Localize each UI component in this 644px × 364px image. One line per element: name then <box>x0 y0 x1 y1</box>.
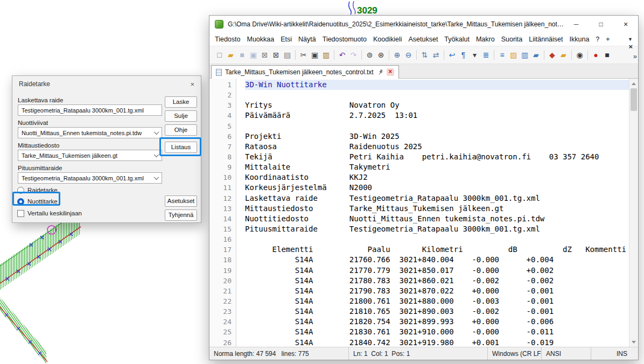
combo-nuottiviivat[interactable]: Nuotti_Mittaus_Ennen tukemista_notes.pi.… <box>18 127 162 138</box>
plugin-pdf-export-icon[interactable]: ◆ <box>547 48 558 61</box>
vertical-scrollbar[interactable] <box>629 79 638 347</box>
code-line[interactable]: Korkeusjärjestelmä N2000 <box>245 183 629 193</box>
code-line[interactable]: S14A 21780.783 3021+860.021 -0.002 -0.00… <box>245 276 629 286</box>
function-list-icon[interactable]: ≡ <box>496 48 508 61</box>
code-line[interactable]: Koordinaatisto KKJ2 <box>245 172 629 183</box>
status-encoding[interactable]: ANSI <box>541 347 591 360</box>
new-file-icon[interactable]: □ <box>214 48 225 61</box>
code-line[interactable]: S14A 21790.783 3021+870.022 +0.000 -0.00… <box>245 286 629 296</box>
combo-pituusmittaraide[interactable]: Testigeometria_Ratapaalu 3000km_001.tg.x… <box>18 172 162 184</box>
asetukset-button[interactable]: Asetukset <box>165 195 197 207</box>
menu-item-ikkuna[interactable]: Ikkuna <box>566 34 593 45</box>
find-icon[interactable]: ⊚ <box>364 48 375 61</box>
minimize-button[interactable]: ─ <box>564 16 589 33</box>
code-line[interactable] <box>245 234 629 244</box>
code-line[interactable]: Tekijä Petri Kaihia petri.kaihia@novatro… <box>245 152 629 162</box>
record-macro-icon[interactable]: ● <box>590 48 601 61</box>
menu-item-koodikieli[interactable]: Koodikieli <box>370 34 405 45</box>
menu-item-tiedosto[interactable]: Tiedosto <box>212 34 243 45</box>
menu-item-asetukset[interactable]: Asetukset <box>405 34 441 45</box>
tyhjenna-button[interactable]: Tyhjennä <box>165 209 197 221</box>
combo-mittaustiedosto[interactable]: Tarke_Mittaus_Tukemisen jälkeen.gt <box>18 150 162 161</box>
show-all-characters-icon[interactable]: ¶ <box>458 48 469 61</box>
menu-item-etsi[interactable]: Etsi <box>277 34 295 45</box>
window-titlebar[interactable]: G:\Oma Drive\Wiki-artikkelit\Raidenuotit… <box>209 16 638 33</box>
status-eol-format[interactable]: Windows (CR LF) <box>487 347 541 360</box>
code-area[interactable]: 3D-Win NuottitarkeYritys Novatron OyPäiv… <box>245 79 629 347</box>
scroll-down-icon[interactable] <box>629 338 638 346</box>
code-line[interactable]: Yritys Novatron Oy <box>245 100 629 110</box>
sulje-button[interactable]: Sulje <box>165 110 197 122</box>
save-all-icon[interactable]: ▣ <box>248 48 259 61</box>
menu-item-tiedostomuoto[interactable]: Tiedostomuoto <box>319 34 370 45</box>
zoom-in-icon[interactable]: ⊕ <box>391 48 403 61</box>
code-line[interactable]: Rataosa Raidenuotus 2025 <box>245 142 629 152</box>
redo-icon[interactable]: ↷ <box>348 48 359 61</box>
sync-horizontal-scroll-icon[interactable]: ⇄ <box>430 48 442 61</box>
replace-icon[interactable]: ⊛ <box>375 48 387 61</box>
copy-icon[interactable]: ▣ <box>309 48 320 61</box>
dropdown-chevron-icon[interactable] <box>154 129 159 135</box>
code-line[interactable]: S14A 21770.779 3021+850.017 -0.000 +0.00… <box>245 265 629 276</box>
code-line[interactable]: Nuottitiedosto Nuotti_Mittaus_Ennen tuke… <box>245 214 629 224</box>
undo-icon[interactable]: ↶ <box>337 48 348 61</box>
code-line[interactable]: S14A 21820.754 3021+899.993 +0.000 -0.00… <box>245 317 629 327</box>
code-line[interactable]: Projekti 3D-Win 2025 <box>245 131 629 142</box>
code-line[interactable]: S14A 21810.765 3021+890.003 -0.002 -0.00… <box>245 306 629 317</box>
code-line[interactable]: S14A 21800.761 3021+880.000 -0.003 -0.00… <box>245 296 629 306</box>
cut-icon[interactable]: ✂ <box>298 48 309 61</box>
document-monitoring-eye-icon[interactable]: ◉ <box>574 48 585 61</box>
code-line[interactable]: 3D-Win Nuottitarke <box>245 80 629 90</box>
folder-as-workspace-icon[interactable]: ▰ <box>530 48 542 61</box>
maximize-button[interactable]: □ <box>589 16 613 33</box>
input-laskettava-raide[interactable]: Testigeometria_Ratapaalu 3000km_001.tg.x… <box>18 104 162 116</box>
document-list-icon[interactable]: ▥ <box>519 48 530 61</box>
tab-tarke-mittaus-control[interactable]: Tarke_Mittaus_Tukemisen jälkeen_notes_co… <box>211 65 399 79</box>
status-insert-mode[interactable]: INS <box>591 347 638 360</box>
checkbox-vertailu-keskilinjaan[interactable]: Vertailu keskilinjaan <box>17 209 82 218</box>
tab-close-icon[interactable]: × <box>387 68 394 76</box>
dropdown-chevron-icon[interactable] <box>154 174 159 180</box>
show-all-characters-dropdown-icon[interactable]: ▾ <box>469 48 480 61</box>
pin-icon[interactable] <box>377 69 383 75</box>
sync-vertical-scroll-icon[interactable]: ⇅ <box>419 48 430 61</box>
dialog-titlebar[interactable]: Raidetarke × <box>12 76 201 92</box>
paste-icon[interactable]: ▥ <box>320 48 332 61</box>
stop-macro-icon[interactable]: ■ <box>601 48 613 61</box>
toolbar-close-icon[interactable]: × <box>628 43 633 51</box>
code-line[interactable]: Laskettava raide Testigeometria_Ratapaal… <box>245 193 629 204</box>
checkbox-box[interactable] <box>17 210 24 217</box>
code-line[interactable]: S14A 21840.742 3021+919.980 +0.001 -0.01… <box>245 338 629 347</box>
indent-guide-icon[interactable]: ≣ <box>480 48 492 61</box>
code-line[interactable]: Päivämäärä 2.7.2025 13:01 <box>245 110 629 121</box>
menu-item-suorita[interactable]: Suorita <box>498 34 526 45</box>
save-icon[interactable]: ■ <box>236 48 248 61</box>
close-all-files-icon[interactable]: ⊠ <box>270 48 282 61</box>
laske-button[interactable]: Laske <box>165 96 197 108</box>
code-line[interactable]: S14A 21830.761 3021+910.000 -0.000 -0.01… <box>245 327 629 337</box>
dropdown-chevron-icon[interactable] <box>154 152 159 157</box>
code-line[interactable]: Mittalaite Takymetri <box>245 162 629 172</box>
code-line[interactable] <box>245 121 629 131</box>
menu-item-item[interactable]: ? <box>592 34 603 45</box>
plugin-explorer-folder-icon[interactable]: ▰ <box>558 48 569 61</box>
code-line[interactable] <box>245 90 629 100</box>
close-button[interactable]: × <box>613 16 638 33</box>
menu-item-liitannaiset[interactable]: Liitännäiset <box>526 34 566 45</box>
menu-item-makro[interactable]: Makro <box>473 34 498 45</box>
code-line[interactable]: Mittaustiedosto Tarke_Mittaus_Tukemisen … <box>245 204 629 214</box>
toolbar-overflow-chevron-icon[interactable]: » <box>633 52 637 60</box>
menu-item-tyokalut[interactable]: Työkalut <box>441 34 473 45</box>
document-map-icon[interactable]: ▨ <box>508 48 519 61</box>
ohje-button[interactable]: Ohje <box>165 124 197 136</box>
scroll-up-icon[interactable] <box>629 80 638 87</box>
open-folder-icon[interactable]: ▰ <box>225 48 236 61</box>
dialog-close-icon[interactable]: × <box>190 80 194 88</box>
close-file-icon[interactable]: ⊠ <box>259 48 270 61</box>
code-line[interactable]: Elementti Paalu Kilometri dB dZ Kommentt… <box>245 244 629 255</box>
word-wrap-icon[interactable]: ↩ <box>446 48 458 61</box>
code-line[interactable]: Pituusmittaraide Testigeometria_Ratapaal… <box>245 224 629 234</box>
play-macro-icon[interactable]: ▶ <box>613 48 614 61</box>
scrollbar-thumb[interactable] <box>631 88 637 111</box>
zoom-out-icon[interactable]: ⊖ <box>403 48 414 61</box>
